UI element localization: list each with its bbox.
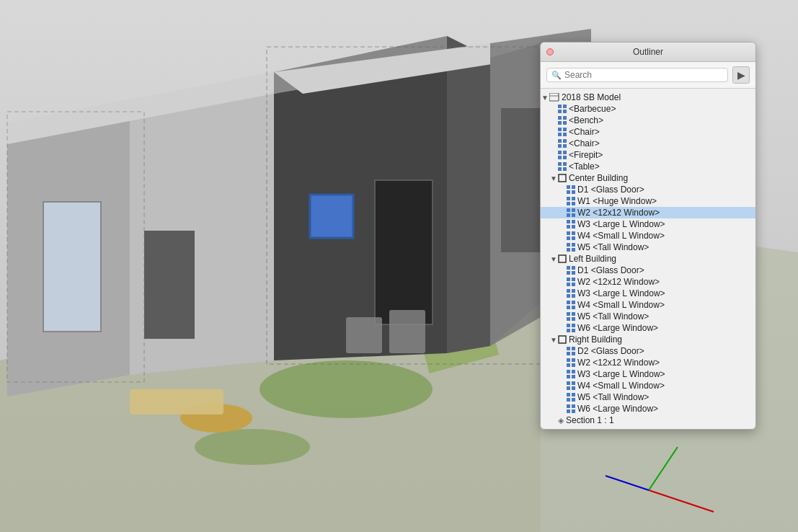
tree-item-cb-w1[interactable]: W1 <Huge Window> xyxy=(541,195,755,207)
tree-item-chair1[interactable]: <Chair> xyxy=(541,126,755,138)
svg-rect-89 xyxy=(567,283,570,286)
tree-item-rb-d2[interactable]: D2 <Glass Door> xyxy=(541,345,755,357)
svg-rect-82 xyxy=(559,255,566,262)
tree-item-barbecue[interactable]: <Barbecue> xyxy=(541,103,755,115)
svg-rect-56 xyxy=(563,167,567,171)
svg-rect-36 xyxy=(563,110,567,113)
svg-rect-62 xyxy=(567,197,570,200)
svg-rect-99 xyxy=(567,312,570,316)
export-icon: ▶ xyxy=(737,69,745,81)
tree-item-cb-w3[interactable]: W3 <Large L Window> xyxy=(541,218,755,230)
tree-item-lb-d1[interactable]: D1 <Glass Door> xyxy=(541,265,755,276)
svg-rect-9 xyxy=(43,202,101,332)
tree-item-lb-w3[interactable]: W3 <Large L Window> xyxy=(541,288,755,299)
tree-item-left-building[interactable]: ▼Left Building xyxy=(541,253,755,265)
svg-marker-14 xyxy=(447,36,490,353)
tree-item-chair2[interactable]: <Chair> xyxy=(541,138,755,149)
tree-item-lb-w6[interactable]: W6 <Large Window> xyxy=(541,322,755,334)
svg-rect-53 xyxy=(558,162,562,166)
svg-rect-88 xyxy=(572,278,575,281)
tree-item-model[interactable]: ▼2018 SB Model xyxy=(541,92,755,103)
tree-item-rb-w3[interactable]: W3 <Large L Window> xyxy=(541,368,755,380)
svg-rect-81 xyxy=(572,248,575,252)
svg-rect-84 xyxy=(572,266,575,270)
tree-item-rb-w4[interactable]: W4 <Small L Window> xyxy=(541,380,755,391)
tree-item-lb-w2[interactable]: W2 <12x12 Window> xyxy=(541,276,755,288)
svg-rect-23 xyxy=(389,310,425,353)
window-close-button[interactable] xyxy=(546,48,554,56)
tree-label: <Bench> xyxy=(569,115,603,125)
svg-rect-93 xyxy=(567,294,570,298)
svg-rect-40 xyxy=(563,121,567,125)
tree-item-table[interactable]: <Table> xyxy=(541,161,755,172)
tree-item-bench[interactable]: <Bench> xyxy=(541,115,755,126)
tree-label: W6 <Large Window> xyxy=(577,323,658,333)
search-icon: 🔍 xyxy=(551,71,562,80)
svg-rect-96 xyxy=(572,301,575,304)
svg-rect-58 xyxy=(567,185,570,189)
svg-rect-48 xyxy=(563,144,567,148)
group-icon xyxy=(558,174,567,182)
svg-rect-130 xyxy=(567,409,570,413)
group-icon xyxy=(558,335,567,344)
svg-rect-52 xyxy=(563,156,567,159)
svg-rect-49 xyxy=(558,151,562,154)
tree-item-cb-w4[interactable]: W4 <Small L Window> xyxy=(541,230,755,241)
tree-toggle[interactable]: ▼ xyxy=(549,255,558,263)
svg-rect-50 xyxy=(563,151,567,154)
svg-rect-46 xyxy=(563,139,567,143)
tree-toggle[interactable]: ▼ xyxy=(549,174,558,182)
tree-item-firepit[interactable]: <Firepit> xyxy=(541,149,755,161)
tree-item-center-building[interactable]: ▼Center Building xyxy=(541,172,755,184)
svg-rect-122 xyxy=(567,386,570,390)
svg-rect-60 xyxy=(567,190,570,194)
export-button[interactable]: ▶ xyxy=(732,66,750,84)
search-row: 🔍 ▶ xyxy=(541,62,755,89)
tree-label: Center Building xyxy=(569,173,628,183)
tree-item-rb-w2[interactable]: W2 <12x12 Window> xyxy=(541,357,755,368)
svg-rect-69 xyxy=(572,213,575,217)
svg-rect-108 xyxy=(567,347,570,350)
outliner-tree: ▼2018 SB Model<Barbecue><Bench><Chair><C… xyxy=(541,89,755,429)
svg-rect-57 xyxy=(559,174,566,182)
svg-rect-51 xyxy=(558,156,562,159)
svg-rect-126 xyxy=(567,398,570,402)
svg-rect-64 xyxy=(567,202,570,205)
tree-toggle[interactable]: ▼ xyxy=(541,94,549,102)
tree-label: W2 <12x12 Window> xyxy=(577,358,660,368)
component-icon xyxy=(558,162,567,171)
tree-item-cb-w5[interactable]: W5 <Tall Window> xyxy=(541,241,755,253)
svg-rect-59 xyxy=(572,185,575,189)
svg-rect-109 xyxy=(572,347,575,350)
svg-rect-107 xyxy=(559,336,566,343)
tree-item-section[interactable]: ◈Section 1 : 1 xyxy=(541,414,755,426)
svg-rect-45 xyxy=(558,139,562,143)
svg-rect-118 xyxy=(567,375,570,378)
component-icon xyxy=(567,231,575,240)
svg-rect-87 xyxy=(567,278,570,281)
tree-toggle[interactable]: ▼ xyxy=(549,336,558,344)
svg-rect-101 xyxy=(567,317,570,321)
tree-label: Left Building xyxy=(569,254,616,264)
tree-label: W1 <Huge Window> xyxy=(577,196,657,206)
tree-item-cb-w2[interactable]: W2 <12x12 Window> xyxy=(541,207,755,218)
tree-item-right-building[interactable]: ▼Right Building xyxy=(541,334,755,345)
tree-item-lb-w5[interactable]: W5 <Tall Window> xyxy=(541,311,755,322)
tree-item-rb-w6[interactable]: W6 <Large Window> xyxy=(541,403,755,414)
tree-label: W4 <Small L Window> xyxy=(577,381,665,391)
tree-item-lb-w4[interactable]: W4 <Small L Window> xyxy=(541,299,755,311)
search-input[interactable] xyxy=(564,70,723,80)
svg-rect-102 xyxy=(572,317,575,321)
tree-label: 2018 SB Model xyxy=(562,92,621,102)
svg-rect-11 xyxy=(144,231,195,339)
svg-rect-83 xyxy=(567,266,570,270)
svg-rect-100 xyxy=(572,312,575,316)
svg-rect-125 xyxy=(572,393,575,396)
tree-item-rb-w5[interactable]: W5 <Tall Window> xyxy=(541,391,755,403)
component-icon xyxy=(558,128,567,136)
svg-rect-74 xyxy=(567,231,570,235)
tree-item-cb-d1[interactable]: D1 <Glass Door> xyxy=(541,184,755,195)
svg-rect-25 xyxy=(130,389,223,414)
component-icon xyxy=(567,347,575,355)
component-icon xyxy=(567,393,575,402)
